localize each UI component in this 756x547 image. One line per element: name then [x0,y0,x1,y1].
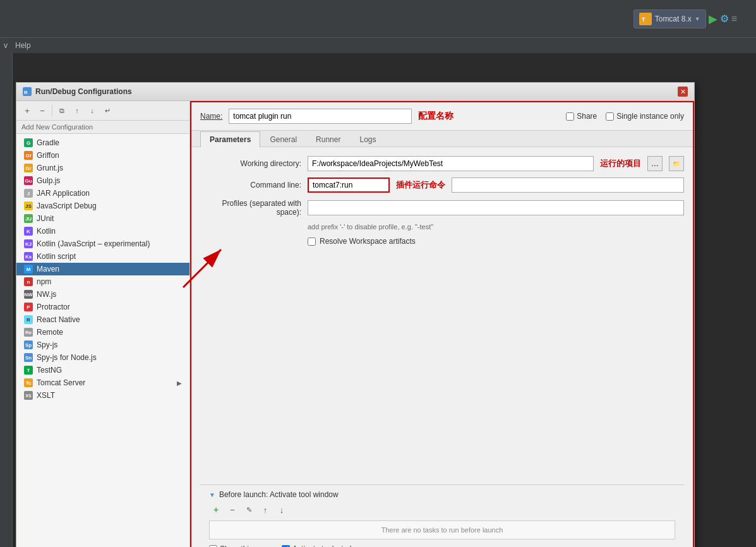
list-item-remote[interactable]: Re Remote [16,326,189,339]
activate-window-label: Activate tool window [292,544,361,547]
tomcat-list-icon: Tc [24,378,33,387]
gradle-label: Gradle [37,138,59,147]
list-item-maven[interactable]: M Maven [16,263,189,275]
list-item-kotlin[interactable]: K Kotlin [16,225,189,237]
dialog-title: R Run/Debug Configurations [23,87,132,96]
remove-config-button[interactable]: − [35,104,49,117]
show-page-checkbox-label[interactable]: Show this page [209,544,272,547]
activate-window-checkbox[interactable] [282,545,290,548]
list-item-tomcat[interactable]: Tc Tomcat Server ▶ [16,376,189,389]
dropdown-arrow-icon: ▼ [695,16,700,22]
name-input[interactable] [229,109,412,124]
protractor-label: Protractor [37,303,70,311]
command-line-input[interactable] [308,177,390,193]
list-item-nwjs[interactable]: NW NW.js [16,288,189,301]
list-item-griffon[interactable]: Gf Griffon [16,149,189,162]
tab-general[interactable]: General [260,131,306,147]
working-directory-row: Working directory: 运行的项目 … 📁 [200,156,684,171]
list-item-gulp[interactable]: Gu Gulp.js [16,174,189,187]
toolbar-separator-1 [52,105,52,116]
list-item-kotlin-script[interactable]: Ks Kotlin script [16,250,189,263]
tab-runner[interactable]: Runner [306,131,350,147]
maven-icon: M [24,265,33,274]
list-item-jsdebug[interactable]: JS JavaScript Debug [16,200,189,212]
before-launch-edit-button[interactable]: ✎ [242,503,256,517]
list-item-spyjs-node[interactable]: Sn Spy-js for Node.js [16,351,189,364]
svg-text:T: T [642,16,645,23]
single-instance-checkbox[interactable] [606,112,614,121]
list-item-xslt[interactable]: XS XSLT [16,389,189,402]
tab-logs[interactable]: Logs [350,131,385,147]
copy-config-button[interactable]: ⧉ [55,104,69,117]
resolve-workspace-label: Resolve Workspace artifacts [320,237,416,246]
list-item-spyjs[interactable]: Sp Spy-js [16,339,189,351]
grunt-label: Grunt.js [37,164,63,172]
dialog-close-button[interactable]: ✕ [678,87,688,97]
before-launch-down-button[interactable]: ↓ [275,503,289,517]
profiles-hint: add prefix '-' to disable profile, e.g. … [308,223,684,231]
before-launch-remove-button[interactable]: − [225,503,239,517]
before-launch-add-button[interactable]: + [209,503,223,517]
sort-button[interactable]: ↵ [100,104,114,117]
list-item-junit[interactable]: JU JUnit [16,212,189,225]
debug-icon[interactable]: ⚙ [720,13,729,25]
spyjs-label: Spy-js [37,340,57,349]
gulp-label: Gulp.js [37,176,60,185]
jar-icon: J [24,189,33,198]
before-launch-empty-text: There are no tasks to run before launch [381,526,503,534]
react-label: React Native [37,315,80,324]
spacer [200,252,684,478]
nwjs-icon: NW [24,290,33,299]
menu-item-v[interactable]: v [4,41,8,50]
kotlin-icon: K [24,227,33,236]
before-launch-section: ▼ Before launch: Activate tool window + … [200,484,684,547]
resolve-workspace-checkbox[interactable] [308,237,316,246]
browse-directory-button2[interactable]: 📁 [669,156,684,171]
react-icon: R [24,315,33,324]
maven-label: Maven [37,265,59,274]
jsdebug-icon: JS [24,201,33,210]
tomcat-label: Tomcat 8.x [655,15,692,23]
before-launch-label: Before launch: Activate tool window [219,490,339,499]
list-item-npm[interactable]: n npm [16,275,189,288]
xslt-label: XSLT [37,391,55,400]
grunt-icon: Gr [24,164,33,172]
config-tree: G Gradle Gf Griffon Gr Grunt.js Gu Gulp.… [16,134,189,547]
list-item-testng[interactable]: T TestNG [16,364,189,376]
list-item-react[interactable]: R React Native [16,313,189,326]
list-item-gradle[interactable]: G Gradle [16,136,189,149]
list-item-grunt[interactable]: Gr Grunt.js [16,162,189,174]
share-checkbox-label[interactable]: Share [566,112,597,121]
command-line-annotation: 插件运行命令 [396,179,445,191]
before-launch-up-button[interactable]: ↑ [258,503,272,517]
menu-item-help[interactable]: Help [15,41,31,50]
tomcat-button[interactable]: T Tomcat 8.x ▼ [633,9,706,28]
working-directory-input[interactable] [308,156,594,171]
activate-window-checkbox-label[interactable]: Activate tool window [282,544,361,547]
move-up-button[interactable]: ↑ [70,104,84,117]
add-config-button[interactable]: + [20,104,34,117]
profiles-input[interactable] [308,200,684,215]
tomcat-icon: T [639,13,652,25]
show-page-checkbox[interactable] [209,545,217,548]
config-toolbar: + − ⧉ ↑ ↓ ↵ [16,101,189,121]
share-checkbox[interactable] [566,112,574,121]
svg-text:R: R [24,90,28,95]
command-line-input-rest[interactable] [452,177,684,193]
kotlin-js-icon: KJ [24,239,33,248]
junit-icon: JU [24,214,33,223]
gulp-icon: Gu [24,176,33,185]
browse-directory-button[interactable]: … [647,156,663,171]
spyjs-icon: Sp [24,340,33,349]
single-instance-checkbox-label[interactable]: Single instance only [606,112,684,121]
run-icon[interactable]: ▶ [709,12,717,26]
list-item-jar[interactable]: J JAR Application [16,187,189,200]
before-launch-collapse-icon[interactable]: ▼ [209,491,215,498]
kotlin-script-icon: Ks [24,252,33,261]
list-item-kotlin-js[interactable]: KJ Kotlin (JavaScript – experimental) [16,237,189,250]
single-instance-label: Single instance only [616,112,684,121]
tab-parameters[interactable]: Parameters [200,131,260,147]
move-down-button[interactable]: ↓ [85,104,99,117]
list-item-protractor[interactable]: P Protractor [16,301,189,313]
working-directory-label: Working directory: [200,159,301,168]
